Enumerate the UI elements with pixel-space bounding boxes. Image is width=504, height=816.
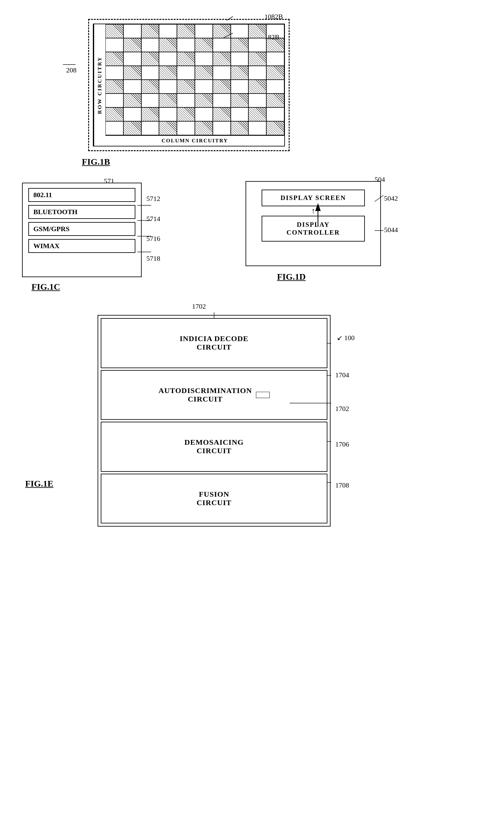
fig1e-item-2: DEMOSAICING CIRCUIT xyxy=(101,422,327,472)
fig1e-item-0: INDICIA DECODE CIRCUIT xyxy=(101,318,327,368)
fig1c-label: FIG.1C xyxy=(31,282,60,292)
grid-cell xyxy=(195,121,213,135)
grid-cell xyxy=(266,52,284,66)
grid-cell xyxy=(123,24,141,38)
grid-cell xyxy=(231,121,249,135)
grid-cell xyxy=(105,121,123,135)
grid-cell xyxy=(141,80,159,93)
page: ROW CIRCUITRY COLUMN CIRCUITRY 1082B 182… xyxy=(0,0,504,816)
ref-182b: 182B xyxy=(264,33,280,41)
grid-cell xyxy=(159,93,177,107)
grid-cell xyxy=(213,93,231,107)
grid-cell xyxy=(213,121,231,135)
grid-cell xyxy=(266,93,284,107)
ref-fig1e-1702-mid: 1702 xyxy=(335,405,349,413)
grid-cell xyxy=(159,66,177,80)
grid-cell xyxy=(213,52,231,66)
ref-5712: 5712 xyxy=(146,195,160,203)
grid-cell xyxy=(231,52,249,66)
grid-cell xyxy=(141,121,159,135)
grid-cell xyxy=(123,80,141,93)
grid-cell xyxy=(159,80,177,93)
pixel-grid xyxy=(105,24,284,135)
arrow-up-indicator: ↑ xyxy=(311,207,315,215)
grid-cell xyxy=(248,80,266,93)
fig1d-section: 504 DISPLAY SCREEN ↑ DISPLAY CONTROLLER … xyxy=(246,181,403,294)
fig1b-label: FIG.1B xyxy=(82,157,110,167)
grid-cell xyxy=(159,121,177,135)
ref-100-arrow: ↙ 100 xyxy=(337,334,355,342)
fig1b-inner-box: ROW CIRCUITRY COLUMN CIRCUITRY xyxy=(93,24,285,146)
fig1b-section: ROW CIRCUITRY COLUMN CIRCUITRY 1082B 182… xyxy=(63,9,309,167)
grid-cell xyxy=(159,107,177,121)
grid-cell xyxy=(105,24,123,38)
fig1c-box: 802.11 BLUETOOTH GSM/GPRS WIMAX xyxy=(22,183,142,277)
grid-cell xyxy=(195,80,213,93)
grid-cell xyxy=(159,24,177,38)
ref-fig1e-1706: 1706 xyxy=(335,440,349,449)
grid-cell xyxy=(248,38,266,52)
grid-cell xyxy=(123,66,141,80)
grid-cell xyxy=(141,107,159,121)
grid-cell xyxy=(231,93,249,107)
fig1c-item-3: WIMAX xyxy=(28,239,135,253)
ref-5718: 5718 xyxy=(146,254,160,263)
grid-cell xyxy=(177,93,195,107)
grid-cell xyxy=(248,24,266,38)
grid-cell xyxy=(141,24,159,38)
ref-fig1e-1704: 1704 xyxy=(335,371,349,379)
grid-cell xyxy=(231,66,249,80)
ref-5042: 5042 xyxy=(384,194,398,202)
grid-cell xyxy=(195,93,213,107)
fig1c-section: 571 802.11 BLUETOOTH GSM/GPRS WIMAX 5712… xyxy=(22,183,186,290)
ref-5714: 5714 xyxy=(146,215,160,223)
grid-cell xyxy=(248,52,266,66)
grid-cell xyxy=(141,52,159,66)
display-controller-box: DISPLAY CONTROLLER xyxy=(262,216,365,241)
grid-cell xyxy=(266,66,284,80)
grid-cell xyxy=(266,121,284,135)
grid-cell xyxy=(195,66,213,80)
grid-cell xyxy=(159,52,177,66)
grid-cell xyxy=(213,24,231,38)
fig1e-section: 1702 ↙ 100 INDICIA DECODE CIRCUIT AUTODI… xyxy=(25,312,371,532)
grid-cell xyxy=(231,24,249,38)
autodiscrimination-label: AUTODISCRIMINATION CIRCUIT xyxy=(158,386,252,403)
ref-5716: 5716 xyxy=(146,235,160,243)
grid-cell xyxy=(105,80,123,93)
grid-cell xyxy=(177,107,195,121)
grid-cell xyxy=(105,66,123,80)
grid-cell xyxy=(105,107,123,121)
grid-cell xyxy=(123,52,141,66)
grid-cell xyxy=(266,107,284,121)
grid-cell xyxy=(248,121,266,135)
fig1b-outer-box: ROW CIRCUITRY COLUMN CIRCUITRY xyxy=(88,19,290,151)
grid-cell xyxy=(213,38,231,52)
ref-1702-top: 1702 xyxy=(192,302,206,310)
fig1c-item-0: 802.11 xyxy=(28,188,135,202)
grid-cell xyxy=(105,93,123,107)
ref-5044: 5044 xyxy=(384,226,398,234)
grid-cell xyxy=(195,38,213,52)
small-box-indicator xyxy=(256,392,270,398)
fig1c-item-1: BLUETOOTH xyxy=(28,205,135,219)
grid-cell xyxy=(123,121,141,135)
grid-cell xyxy=(177,38,195,52)
grid-cell xyxy=(213,80,231,93)
grid-cell xyxy=(177,66,195,80)
fig1d-box: DISPLAY SCREEN ↑ DISPLAY CONTROLLER xyxy=(246,181,381,266)
grid-cell xyxy=(266,80,284,93)
grid-cell xyxy=(177,121,195,135)
grid-cell xyxy=(248,107,266,121)
grid-cell xyxy=(195,24,213,38)
grid-cell xyxy=(105,38,123,52)
row-circuitry-label: ROW CIRCUITRY xyxy=(93,24,105,146)
fig1e-item-1: AUTODISCRIMINATION CIRCUIT xyxy=(101,370,327,420)
fig1c-item-2: GSM/GPRS xyxy=(28,222,135,236)
grid-cell xyxy=(248,66,266,80)
grid-and-label: COLUMN CIRCUITRY xyxy=(105,24,284,146)
grid-cell xyxy=(248,93,266,107)
grid-cell xyxy=(195,107,213,121)
grid-cell xyxy=(231,38,249,52)
fig1e-label: FIG.1E xyxy=(25,479,53,489)
